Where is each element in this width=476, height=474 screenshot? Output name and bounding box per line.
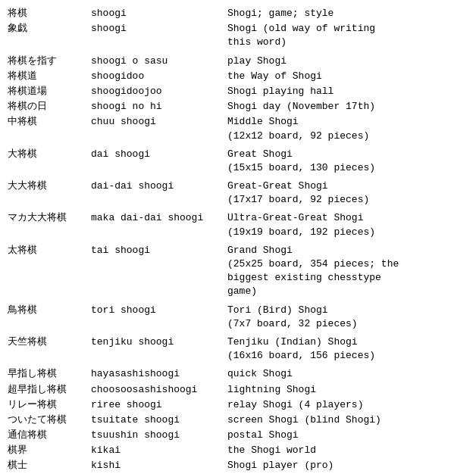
english-definition: screen Shogi (blind Shogi) (227, 413, 468, 427)
japanese-term: 太将棋 (8, 244, 91, 257)
romaji-term: shoogi (91, 22, 227, 36)
japanese-term: 象戯 (8, 22, 91, 36)
japanese-term: 早指し将棋 (8, 367, 91, 381)
romaji-term: hayasashishoogi (91, 367, 227, 381)
table-row: リレー将棋riree shoogirelay Shogi (4 players) (8, 398, 468, 413)
table-row: 将棋shoogiShogi; game; style (8, 6, 468, 21)
table-row: 太将棋tai shoogiGrand Shogi(25x25 board, 35… (8, 243, 468, 300)
romaji-term: tori shoogi (91, 304, 227, 317)
english-definition: relay Shogi (4 players) (227, 398, 468, 412)
main-table: 将棋shoogiShogi; game; style象戯shoogiShogi … (8, 6, 468, 474)
romaji-term: shoogi o sasu (91, 55, 227, 68)
english-definition: Shogi; game; style (227, 7, 468, 20)
table-row: 天竺将棋tenjiku shoogiTenjiku (Indian) Shogi… (8, 335, 468, 363)
japanese-term: 将棋道 (8, 70, 91, 83)
table-row: 棋界kikaithe Shogi world (8, 443, 468, 458)
english-definition: postal Shogi (227, 429, 468, 442)
english-definition: Shogi playing hall (227, 85, 468, 98)
english-definition: Shogi day (November 17th) (227, 100, 468, 114)
table-row: ついたて将棋tsuitate shoogiscreen Shogi (blind… (8, 413, 468, 428)
table-row: 象戯shoogiShogi (old way of writingthis wo… (8, 21, 468, 50)
english-definition: play Shogi (227, 55, 468, 68)
table-row: 早指し将棋hayasashishoogiquick Shogi (8, 366, 468, 382)
japanese-term: 将棋の日 (8, 100, 91, 114)
romaji-term: shoogi (91, 7, 227, 20)
romaji-term: dai shoogi (91, 148, 227, 161)
japanese-term: 大将棋 (8, 148, 91, 161)
english-definition: Tenjiku (Indian) Shogi(16x16 board, 156 … (227, 335, 468, 363)
table-row: 中将棋chuu shoogiMiddle Shogi(12x12 board, … (8, 114, 468, 143)
romaji-term: tenjiku shoogi (91, 335, 227, 349)
japanese-term: 超早指し将棋 (8, 383, 91, 397)
english-definition: quick Shogi (227, 367, 468, 381)
japanese-term: 鳥将棋 (8, 304, 91, 317)
english-definition: Tori (Bird) Shogi(7x7 board, 32 pieces) (227, 304, 468, 331)
table-row: 将棋道場shoogidoojooShogi playing hall (8, 84, 468, 99)
romaji-term: chuu shoogi (91, 115, 227, 129)
japanese-term: 棋士 (8, 459, 91, 472)
table-row: 将棋を指すshoogi o sasuplay Shogi (8, 54, 468, 69)
japanese-term: 将棋を指す (8, 55, 91, 68)
english-definition: the Way of Shogi (227, 70, 468, 83)
table-row: 大将棋dai shoogiGreat Shogi(15x15 board, 13… (8, 147, 468, 176)
romaji-term: shoogi no hi (91, 100, 227, 114)
romaji-term: riree shoogi (91, 398, 227, 412)
english-definition: Great Shogi(15x15 board, 130 pieces) (227, 148, 468, 175)
romaji-term: choosoosashishoogi (91, 383, 227, 397)
romaji-term: shoogidoojoo (91, 85, 227, 98)
english-definition: Ultra-Great-Great Shogi(19x19 board, 192… (227, 211, 468, 239)
table-row: 通信将棋tsuushin shoogipostal Shogi (8, 428, 468, 443)
english-definition: Grand Shogi(25x25 board, 354 pieces; the… (227, 244, 468, 299)
japanese-term: 大大将棋 (8, 179, 91, 193)
japanese-term: 中将棋 (8, 115, 91, 129)
romaji-term: kishi (91, 459, 227, 472)
table-row: 大大将棋dai-dai shoogiGreat-Great Shogi(17x1… (8, 179, 468, 207)
romaji-term: dai-dai shoogi (91, 179, 227, 193)
table-row: 鳥将棋tori shoogiTori (Bird) Shogi(7x7 boar… (8, 303, 468, 332)
japanese-term: リレー将棋 (8, 398, 91, 412)
japanese-term: 将棋道場 (8, 85, 91, 98)
english-definition: Shogi (old way of writingthis word) (227, 22, 468, 49)
table-row: 将棋道shoogidoothe Way of Shogi (8, 69, 468, 84)
japanese-term: 通信将棋 (8, 429, 91, 442)
romaji-term: maka dai-dai shoogi (91, 211, 227, 225)
japanese-term: 棋界 (8, 444, 91, 457)
english-definition: Great-Great Shogi(17x17 board, 92 pieces… (227, 179, 468, 207)
japanese-term: ついたて将棋 (8, 413, 91, 427)
english-definition: Shogi player (pro) (227, 459, 468, 472)
japanese-term: マカ大大将棋 (8, 211, 91, 225)
romaji-term: kikai (91, 444, 227, 457)
romaji-term: shoogidoo (91, 70, 227, 83)
table-row: 将棋の日shoogi no hiShogi day (November 17th… (8, 99, 468, 114)
english-definition: lightning Shogi (227, 383, 468, 397)
table-row: 棋士kishiShogi player (pro) (8, 458, 468, 473)
romaji-term: tsuushin shoogi (91, 429, 227, 442)
table-row: マカ大大将棋maka dai-dai shoogiUltra-Great-Gre… (8, 210, 468, 239)
japanese-term: 将棋 (8, 7, 91, 20)
romaji-term: tai shoogi (91, 244, 227, 257)
english-definition: the Shogi world (227, 444, 468, 457)
table-row: 超早指し将棋choosoosashishoogilightning Shogi (8, 382, 468, 398)
japanese-term: 天竺将棋 (8, 335, 91, 349)
romaji-term: tsuitate shoogi (91, 413, 227, 427)
english-definition: Middle Shogi(12x12 board, 92 pieces) (227, 115, 468, 142)
